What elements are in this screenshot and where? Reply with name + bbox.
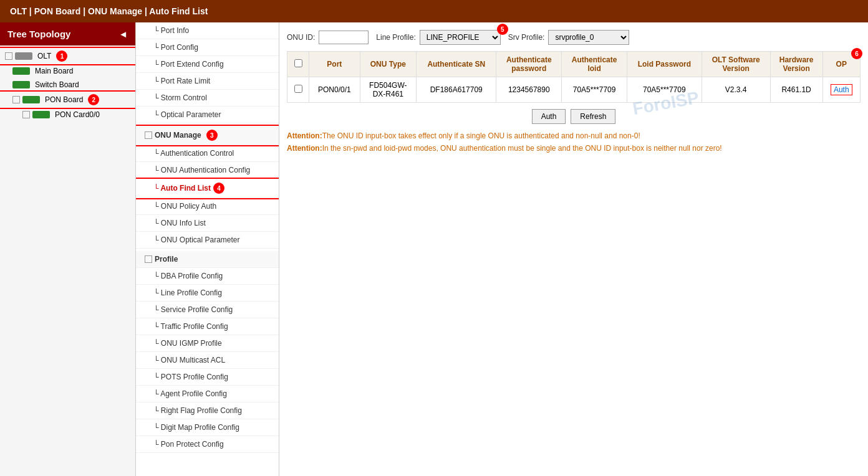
tree-item-pon-board[interactable]: PON Board 2 bbox=[0, 92, 135, 108]
menu-item-pots-profile[interactable]: └ POTS Profile Config bbox=[136, 369, 279, 386]
attention-2: Attention:In the sn-pwd and loid-pwd mod… bbox=[287, 144, 861, 153]
onu-id-input[interactable] bbox=[319, 31, 369, 44]
menu-checkbox-onu-manage[interactable] bbox=[145, 131, 152, 139]
menu-section-onu-manage[interactable]: ONU Manage 3 bbox=[136, 126, 279, 145]
onu-table: Port ONU Type Authenticate SN Authentica… bbox=[287, 51, 861, 103]
right-content-panel: ForoISP ONU ID: Line Profile: LINE_PROFI… bbox=[279, 22, 868, 476]
col-auth-loid: Authenticateloid bbox=[562, 52, 627, 77]
tree-body: OLT 1 Main Board Switch Board PON Board … bbox=[0, 45, 135, 476]
menu-label-pots-profile: └ POTS Profile Config bbox=[153, 373, 228, 381]
breadcrumb: OLT | PON Board | ONU Manage | Auto Find… bbox=[10, 6, 208, 16]
button-row: Auth Refresh bbox=[287, 109, 861, 124]
tree-topology-panel: Tree Topology ◄ OLT 1 Main Board Switch … bbox=[0, 22, 136, 476]
col-loid-password: Loid Password bbox=[627, 52, 702, 77]
table-row: PON0/0/1 FD504GW-DX-R461 DF186A617709 12… bbox=[287, 77, 861, 103]
tree-header: Tree Topology ◄ bbox=[0, 22, 135, 45]
menu-label-port-config: └ Port Config bbox=[153, 43, 198, 52]
tree-item-main-board[interactable]: Main Board bbox=[0, 64, 135, 78]
col-checkbox bbox=[287, 52, 309, 77]
menu-item-port-config[interactable]: └ Port Config bbox=[136, 39, 279, 56]
menu-item-optical-parameter[interactable]: └ Optical Parameter bbox=[136, 107, 279, 123]
menu-item-auth-control[interactable]: └ Authentication Control bbox=[136, 145, 279, 162]
menu-label-onu-igmp: └ ONU IGMP Profile bbox=[153, 339, 222, 348]
tree-item-switch-board[interactable]: Switch Board bbox=[0, 78, 135, 92]
tree-checkbox-pon-board[interactable] bbox=[12, 96, 20, 103]
row-hardware-version: R461.1D bbox=[770, 77, 822, 103]
row-auth-password: 1234567890 bbox=[496, 77, 562, 103]
refresh-button[interactable]: Refresh bbox=[571, 109, 615, 124]
tree-item-olt[interactable]: OLT 1 bbox=[0, 48, 135, 64]
menu-label-onu-optical-param: └ ONU Optical Parameter bbox=[153, 236, 240, 244]
menu-label-pon-protect: └ Pon Protect Config bbox=[153, 440, 224, 449]
op-badge-6: 6 bbox=[851, 48, 862, 59]
menu-label-onu-manage: ONU Manage bbox=[155, 131, 201, 140]
menu-item-digit-map-profile[interactable]: └ Digit Map Profile Config bbox=[136, 419, 279, 436]
auth-button[interactable]: Auth bbox=[532, 109, 566, 124]
menu-item-onu-info-list[interactable]: └ ONU Info List bbox=[136, 215, 279, 232]
menu-item-storm-control[interactable]: └ Storm Control bbox=[136, 90, 279, 107]
menu-label-right-flag-profile: └ Right Flag Profile Config bbox=[153, 406, 242, 415]
menu-item-port-extend-config[interactable]: └ Port Extend Config bbox=[136, 56, 279, 73]
menu-label-service-profile: └ Service Profile Config bbox=[153, 305, 233, 314]
menu-item-pon-protect[interactable]: └ Pon Protect Config bbox=[136, 436, 279, 453]
menu-item-port-info[interactable]: └ Port Info bbox=[136, 22, 279, 39]
menu-item-traffic-profile[interactable]: └ Traffic Profile Config bbox=[136, 318, 279, 335]
menu-badge-onu-manage: 3 bbox=[206, 130, 218, 141]
col-port: Port bbox=[309, 52, 360, 77]
menu-item-onu-multicast-acl[interactable]: └ ONU Multicast ACL bbox=[136, 352, 279, 369]
menu-item-onu-auth-config[interactable]: └ ONU Authentication Config bbox=[136, 162, 279, 179]
menu-item-agent-profile[interactable]: └ Agent Profile Config bbox=[136, 386, 279, 402]
col-olt-software: OLT SoftwareVersion bbox=[702, 52, 770, 77]
col-auth-password: Authenticatepassword bbox=[496, 52, 562, 77]
tree-title: Tree Topology bbox=[7, 29, 70, 39]
menu-label-port-info: └ Port Info bbox=[153, 26, 189, 35]
tree-checkbox-pon-card[interactable] bbox=[22, 111, 30, 118]
table-select-all[interactable] bbox=[294, 59, 302, 67]
menu-item-right-flag-profile[interactable]: └ Right Flag Profile Config bbox=[136, 402, 279, 419]
row-select[interactable] bbox=[294, 85, 302, 93]
col-hardware-version: HardwareVersion bbox=[770, 52, 822, 77]
menu-item-onu-policy-auth[interactable]: └ ONU Policy Auth bbox=[136, 198, 279, 215]
menu-label-profile: Profile bbox=[155, 255, 178, 264]
onu-id-label: ONU ID: bbox=[287, 33, 315, 42]
srv-profile-group: Srv Profile: srvprofile_0 srvprofile_1 bbox=[508, 30, 630, 45]
tree-label-pon-card: PON Card0/0 bbox=[55, 110, 100, 119]
row-olt-software: V2.3.4 bbox=[702, 77, 770, 103]
menu-item-onu-optical-param[interactable]: └ ONU Optical Parameter bbox=[136, 232, 279, 249]
tree-label-switch-board: Switch Board bbox=[35, 80, 79, 89]
menu-checkbox-profile[interactable] bbox=[145, 255, 152, 263]
menu-section-profile[interactable]: Profile bbox=[136, 251, 279, 268]
menu-item-auto-find-list[interactable]: └ Auto Find List 4 bbox=[136, 179, 279, 198]
tree-device-icon-pon-card bbox=[32, 111, 50, 118]
row-onu-type: FD504GW-DX-R461 bbox=[360, 77, 417, 103]
tree-label-main-board: Main Board bbox=[35, 67, 73, 75]
line-profile-label: Line Profile: bbox=[376, 33, 415, 42]
tree-label-pon-board: PON Board bbox=[45, 95, 83, 104]
menu-label-storm-control: └ Storm Control bbox=[153, 93, 207, 102]
menu-badge-auto-find-list: 4 bbox=[213, 183, 224, 194]
col-op: OP 6 bbox=[822, 52, 860, 77]
menu-item-service-profile[interactable]: └ Service Profile Config bbox=[136, 302, 279, 318]
tree-label-olt: OLT bbox=[37, 52, 51, 60]
menu-label-onu-multicast-acl: └ ONU Multicast ACL bbox=[153, 356, 225, 364]
row-auth-link[interactable]: Auth bbox=[831, 84, 852, 95]
srv-profile-select[interactable]: srvprofile_0 srvprofile_1 bbox=[548, 30, 629, 45]
menu-item-line-profile[interactable]: └ Line Profile Config bbox=[136, 285, 279, 302]
menu-item-onu-igmp[interactable]: └ ONU IGMP Profile bbox=[136, 335, 279, 352]
tree-arrow-icon[interactable]: ◄ bbox=[118, 29, 128, 39]
tree-device-icon-main-board bbox=[12, 67, 30, 75]
attention-1: Attention:The ONU ID input-box takes eff… bbox=[287, 131, 861, 140]
tree-item-pon-card[interactable]: PON Card0/0 bbox=[0, 108, 135, 121]
breadcrumb-bar: OLT | PON Board | ONU Manage | Auto Find… bbox=[0, 0, 868, 22]
line-profile-select[interactable]: LINE_PROFILE profile1 profile2 bbox=[420, 30, 501, 45]
menu-item-port-rate-limit[interactable]: └ Port Rate Limit bbox=[136, 73, 279, 90]
col-onu-type: ONU Type bbox=[360, 52, 417, 77]
middle-menu-panel: └ Port Info └ Port Config └ Port Extend … bbox=[136, 22, 279, 476]
menu-item-dba-profile[interactable]: └ DBA Profile Config bbox=[136, 268, 279, 285]
row-auth-loid: 70A5***7709 bbox=[562, 77, 627, 103]
tree-checkbox-olt[interactable] bbox=[5, 52, 12, 60]
menu-label-onu-policy-auth: └ ONU Policy Auth bbox=[153, 202, 216, 211]
line-profile-group: Line Profile: LINE_PROFILE profile1 prof… bbox=[376, 30, 500, 45]
row-auth-sn: DF186A617709 bbox=[417, 77, 496, 103]
row-port: PON0/0/1 bbox=[309, 77, 360, 103]
